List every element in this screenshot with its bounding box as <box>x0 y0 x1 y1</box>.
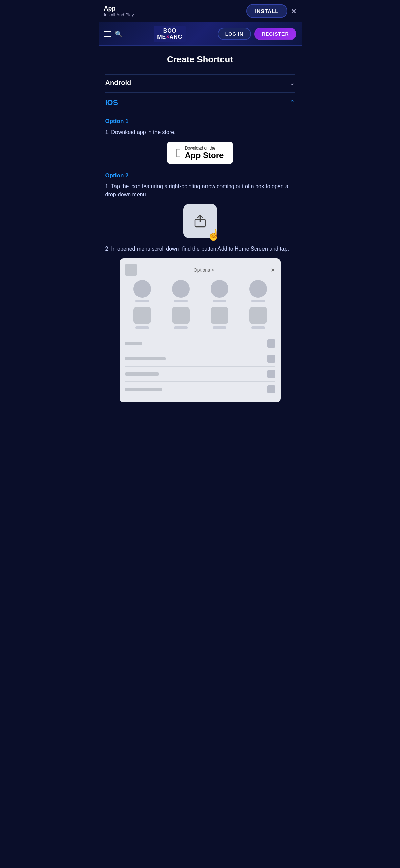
ios-app-circle-3 <box>211 280 228 298</box>
share-icon-box: ☝️ <box>183 204 217 238</box>
ios-section-content: Option 1 1. Download app in the store. … <box>105 111 295 413</box>
hamburger-line-2 <box>104 34 111 34</box>
ios-chevron-up-icon: ⌃ <box>289 99 295 107</box>
install-bar: App Install And Play INSTALL × <box>99 0 302 22</box>
ios-menu-item-bookmark <box>125 367 275 382</box>
navbar: 🔍 BOO ME×ANG LOG IN REGISTER <box>99 22 302 46</box>
ios-menu-item-bookmark-label <box>125 372 159 376</box>
android-chevron-down-icon: ⌄ <box>289 79 295 87</box>
ios-menu-item-favourites-icon <box>267 385 275 393</box>
app-subtitle: Install And Play <box>104 12 134 17</box>
ios-app-label-4 <box>251 300 265 302</box>
hamburger-menu-icon[interactable] <box>104 31 111 37</box>
ios-menu-item-copy-label <box>125 342 142 345</box>
ios-close-icon: ✕ <box>271 267 275 273</box>
ios-menu-item-favourites <box>125 382 275 397</box>
share-icon <box>192 213 209 230</box>
app-store-button[interactable]:  Download on the App Store <box>167 142 233 164</box>
main-content: Create Shortcut Android ⌄ IOS ⌃ Option 1… <box>99 46 302 421</box>
option2-step1: 1. Tap the icon featuring a right-pointi… <box>105 182 295 199</box>
logo-line2: ME×ANG <box>157 34 183 40</box>
app-store-bottom-text: App Store <box>185 151 224 160</box>
ios-menu-item-copy-icon <box>267 339 275 348</box>
ios-app-rects-row <box>125 307 275 329</box>
ios-app-item-4 <box>241 280 275 302</box>
hamburger-line-3 <box>104 36 111 37</box>
option1-container: Option 1 1. Download app in the store. … <box>105 118 295 164</box>
ios-app-rect-4 <box>249 307 267 324</box>
ios-menu-item-bookmark-icon <box>267 370 275 378</box>
logo: BOO ME×ANG <box>154 26 186 42</box>
ios-app-rect-1 <box>133 307 151 324</box>
app-store-text: Download on the App Store <box>185 146 224 160</box>
ios-rect-label-2 <box>174 326 188 329</box>
navbar-left: 🔍 <box>104 30 122 38</box>
logo-line1: BOO <box>163 28 176 34</box>
app-store-top-text: Download on the <box>185 146 224 151</box>
ios-menu-item-reading <box>125 351 275 367</box>
ios-section-title: IOS <box>105 98 118 107</box>
apple-icon:  <box>176 147 181 159</box>
ios-section-header[interactable]: IOS ⌃ <box>105 94 295 111</box>
ios-app-circles-row <box>125 280 275 302</box>
hamburger-line-1 <box>104 31 111 32</box>
ios-menu-item-reading-label <box>125 357 166 360</box>
ios-app-circle-2 <box>172 280 190 298</box>
option2-container: Option 2 1. Tap the icon featuring a rig… <box>105 172 295 402</box>
ios-menu-divider <box>125 333 275 333</box>
navbar-right: LOG IN REGISTER <box>218 28 296 40</box>
install-bar-actions: INSTALL × <box>246 4 296 18</box>
page-title: Create Shortcut <box>105 54 295 65</box>
ios-rect-item-1 <box>125 307 160 329</box>
install-bar-text: App Install And Play <box>104 5 134 17</box>
android-section-title: Android <box>105 79 131 87</box>
ios-rect-label-3 <box>213 326 226 329</box>
ios-app-item-2 <box>164 280 198 302</box>
ios-menu-item-copy <box>125 336 275 351</box>
ios-rect-label-4 <box>251 326 265 329</box>
ios-menu-item-favourites-label <box>125 388 162 391</box>
register-button[interactable]: REGISTER <box>254 28 296 40</box>
ios-app-label-3 <box>213 300 226 302</box>
ios-menu-item-reading-icon <box>267 355 275 363</box>
android-section-header[interactable]: Android ⌄ <box>105 74 295 91</box>
option2-step2: 2. In opened menu scroll down, find the … <box>105 245 295 253</box>
ios-rect-item-2 <box>164 307 198 329</box>
ios-rect-item-4 <box>241 307 275 329</box>
ios-app-circle-1 <box>133 280 151 298</box>
option2-title: Option 2 <box>105 172 295 179</box>
ios-rect-label-1 <box>135 326 149 329</box>
ios-app-label-2 <box>174 300 188 302</box>
option1-title: Option 1 <box>105 118 295 125</box>
app-name: App <box>104 5 134 12</box>
option1-step1: 1. Download app in the store. <box>105 128 295 136</box>
ios-app-rect-2 <box>172 307 190 324</box>
android-divider <box>105 92 295 93</box>
ios-app-item-3 <box>202 280 237 302</box>
search-icon[interactable]: 🔍 <box>115 30 122 38</box>
install-button[interactable]: INSTALL <box>246 4 287 18</box>
ios-menu-screenshot: Options > ✕ <box>120 258 281 402</box>
ios-options-text: Options > <box>194 267 214 273</box>
ios-app-item-1 <box>125 280 160 302</box>
login-button[interactable]: LOG IN <box>218 28 251 40</box>
close-icon[interactable]: × <box>291 6 296 16</box>
ios-app-circle-4 <box>249 280 267 298</box>
cursor-hand-icon: ☝️ <box>207 229 220 241</box>
ios-menu-header: Options > ✕ <box>125 264 275 276</box>
ios-header-square <box>125 264 137 276</box>
ios-app-rect-3 <box>211 307 228 324</box>
ios-rect-item-3 <box>202 307 237 329</box>
ios-app-label-1 <box>135 300 149 302</box>
